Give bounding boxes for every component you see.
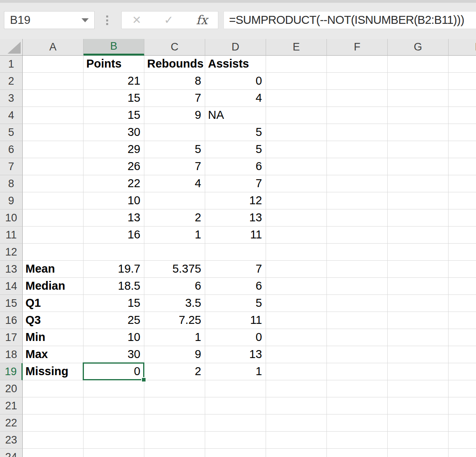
cell-D12[interactable] bbox=[205, 244, 266, 261]
cell-B15[interactable]: 15 bbox=[84, 295, 144, 312]
cell-E16[interactable] bbox=[266, 312, 327, 329]
cell-D17[interactable]: 0 bbox=[205, 329, 266, 346]
cell-G10[interactable] bbox=[388, 209, 449, 227]
cell-B24[interactable] bbox=[84, 449, 144, 457]
cell-C24[interactable] bbox=[144, 449, 205, 457]
row-header-10[interactable]: 10 bbox=[0, 209, 23, 227]
cell-A16[interactable]: Q3 bbox=[23, 312, 84, 329]
cell-F17[interactable] bbox=[327, 329, 388, 346]
cell-B6[interactable]: 29 bbox=[84, 141, 144, 158]
cell-C16[interactable]: 7.25 bbox=[144, 312, 205, 329]
cell-A7[interactable] bbox=[23, 158, 84, 175]
cell-H12[interactable] bbox=[449, 244, 476, 261]
cell-H10[interactable] bbox=[449, 209, 476, 227]
cell-C17[interactable]: 1 bbox=[144, 329, 205, 346]
cell-G23[interactable] bbox=[388, 432, 449, 449]
row-header-18[interactable]: 18 bbox=[0, 346, 23, 363]
cell-B4[interactable]: 15 bbox=[84, 107, 144, 124]
row-header-24[interactable]: 24 bbox=[0, 449, 23, 457]
cell-F14[interactable] bbox=[327, 278, 388, 295]
cell-A21[interactable] bbox=[23, 397, 84, 414]
cell-F20[interactable] bbox=[327, 380, 388, 397]
row-header-9[interactable]: 9 bbox=[0, 192, 23, 209]
cell-E19[interactable] bbox=[266, 363, 327, 380]
cell-B7[interactable]: 26 bbox=[84, 158, 144, 175]
cell-H17[interactable] bbox=[449, 329, 476, 346]
cell-C3[interactable]: 7 bbox=[144, 90, 205, 107]
cell-D5[interactable]: 5 bbox=[205, 124, 266, 141]
cell-H3[interactable] bbox=[449, 90, 476, 107]
cell-D4[interactable]: NA bbox=[205, 107, 266, 124]
row-header-13[interactable]: 13 bbox=[0, 261, 23, 278]
cell-H13[interactable] bbox=[449, 261, 476, 278]
cell-A24[interactable] bbox=[23, 449, 84, 457]
cell-G14[interactable] bbox=[388, 278, 449, 295]
cell-B11[interactable]: 16 bbox=[84, 227, 144, 244]
cell-G19[interactable] bbox=[388, 363, 449, 380]
cell-D23[interactable] bbox=[205, 432, 266, 449]
cell-D10[interactable]: 13 bbox=[205, 209, 266, 227]
cell-G20[interactable] bbox=[388, 380, 449, 397]
cell-G24[interactable] bbox=[388, 449, 449, 457]
cell-F21[interactable] bbox=[327, 397, 388, 414]
cell-F24[interactable] bbox=[327, 449, 388, 457]
cell-D19[interactable]: 1 bbox=[205, 363, 266, 380]
cell-E10[interactable] bbox=[266, 209, 327, 227]
cell-C4[interactable]: 9 bbox=[144, 107, 205, 124]
cell-G11[interactable] bbox=[388, 227, 449, 244]
cell-E5[interactable] bbox=[266, 124, 327, 141]
cell-A10[interactable] bbox=[23, 209, 84, 227]
cell-H1[interactable] bbox=[449, 56, 476, 73]
cell-H22[interactable] bbox=[449, 414, 476, 432]
formula-bar-resize-handle[interactable] bbox=[105, 15, 109, 25]
cell-A13[interactable]: Mean bbox=[23, 261, 84, 278]
cell-G18[interactable] bbox=[388, 346, 449, 363]
cell-F5[interactable] bbox=[327, 124, 388, 141]
cell-E2[interactable] bbox=[266, 73, 327, 90]
cell-F15[interactable] bbox=[327, 295, 388, 312]
cell-D9[interactable]: 12 bbox=[205, 192, 266, 209]
cell-F10[interactable] bbox=[327, 209, 388, 227]
cell-B23[interactable] bbox=[84, 432, 144, 449]
row-header-11[interactable]: 11 bbox=[0, 227, 23, 244]
cell-E4[interactable] bbox=[266, 107, 327, 124]
row-header-5[interactable]: 5 bbox=[0, 124, 23, 141]
row-header-3[interactable]: 3 bbox=[0, 90, 23, 107]
cell-F11[interactable] bbox=[327, 227, 388, 244]
cell-A19[interactable]: Missing bbox=[23, 363, 84, 380]
column-header-E[interactable]: E bbox=[266, 39, 327, 56]
column-header-C[interactable]: C bbox=[144, 39, 205, 56]
cell-F9[interactable] bbox=[327, 192, 388, 209]
cell-A8[interactable] bbox=[23, 175, 84, 192]
cell-B18[interactable]: 30 bbox=[84, 346, 144, 363]
cell-B16[interactable]: 25 bbox=[84, 312, 144, 329]
cell-C22[interactable] bbox=[144, 414, 205, 432]
cell-H9[interactable] bbox=[449, 192, 476, 209]
cell-D16[interactable]: 11 bbox=[205, 312, 266, 329]
enter-icon[interactable]: ✓ bbox=[164, 15, 173, 26]
cell-D3[interactable]: 4 bbox=[205, 90, 266, 107]
insert-function-icon[interactable]: fx bbox=[196, 14, 208, 26]
row-header-15[interactable]: 15 bbox=[0, 295, 23, 312]
formula-bar[interactable]: =SUMPRODUCT(--NOT(ISNUMBER(B2:B11))) bbox=[223, 11, 476, 29]
cell-G13[interactable] bbox=[388, 261, 449, 278]
cell-A3[interactable] bbox=[23, 90, 84, 107]
cell-C13[interactable]: 5.375 bbox=[144, 261, 205, 278]
cell-E20[interactable] bbox=[266, 380, 327, 397]
cell-B22[interactable] bbox=[84, 414, 144, 432]
cell-E23[interactable] bbox=[266, 432, 327, 449]
cell-G9[interactable] bbox=[388, 192, 449, 209]
cell-C18[interactable]: 9 bbox=[144, 346, 205, 363]
cell-F4[interactable] bbox=[327, 107, 388, 124]
cell-H5[interactable] bbox=[449, 124, 476, 141]
cell-D13[interactable]: 7 bbox=[205, 261, 266, 278]
cell-E7[interactable] bbox=[266, 158, 327, 175]
cell-D7[interactable]: 6 bbox=[205, 158, 266, 175]
cell-B9[interactable]: 10 bbox=[84, 192, 144, 209]
row-header-23[interactable]: 23 bbox=[0, 432, 23, 449]
cell-H6[interactable] bbox=[449, 141, 476, 158]
row-header-22[interactable]: 22 bbox=[0, 414, 23, 432]
cell-E8[interactable] bbox=[266, 175, 327, 192]
cell-D8[interactable]: 7 bbox=[205, 175, 266, 192]
cell-F8[interactable] bbox=[327, 175, 388, 192]
